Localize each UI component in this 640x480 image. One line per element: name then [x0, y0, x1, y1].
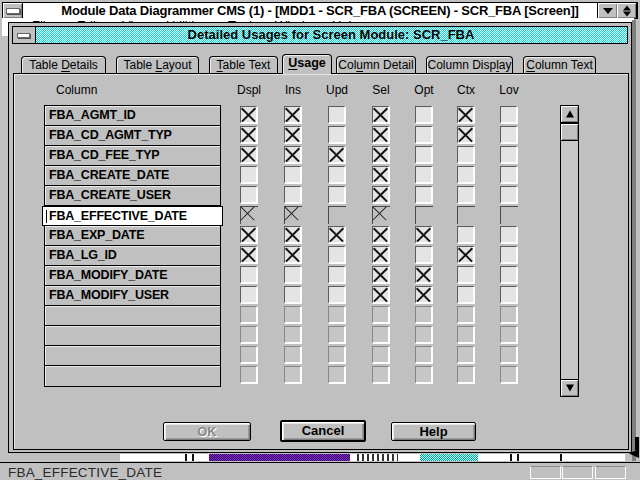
usage-checkbox[interactable] — [457, 246, 475, 264]
usage-checkbox[interactable] — [284, 106, 302, 124]
usage-checkbox[interactable] — [415, 186, 433, 204]
usage-checkbox-empty[interactable] — [240, 366, 258, 384]
usage-checkbox[interactable] — [500, 206, 518, 224]
restore-button[interactable] — [617, 3, 637, 18]
usage-checkbox[interactable] — [240, 206, 258, 224]
tab-table-text[interactable]: Table Text — [209, 56, 278, 73]
usage-checkbox-empty[interactable] — [284, 346, 302, 364]
usage-checkbox-empty[interactable] — [240, 346, 258, 364]
usage-checkbox[interactable] — [500, 146, 518, 164]
usage-checkbox-empty[interactable] — [457, 346, 475, 364]
usage-checkbox-empty[interactable] — [457, 326, 475, 344]
usage-checkbox-empty[interactable] — [328, 326, 346, 344]
usage-checkbox[interactable] — [284, 186, 302, 204]
usage-checkbox[interactable] — [240, 286, 258, 304]
usage-checkbox-empty[interactable] — [328, 306, 346, 324]
usage-checkbox[interactable] — [328, 226, 346, 244]
column-name-cell-empty[interactable] — [45, 366, 220, 386]
usage-checkbox[interactable] — [284, 246, 302, 264]
usage-checkbox-empty[interactable] — [500, 366, 518, 384]
usage-checkbox[interactable] — [372, 226, 390, 244]
usage-checkbox-empty[interactable] — [500, 326, 518, 344]
tab-column-detail[interactable]: Column Detail — [336, 56, 416, 73]
usage-checkbox[interactable] — [240, 186, 258, 204]
usage-checkbox[interactable] — [457, 126, 475, 144]
usage-checkbox[interactable] — [457, 106, 475, 124]
usage-checkbox[interactable] — [372, 166, 390, 184]
usage-checkbox[interactable] — [284, 166, 302, 184]
usage-checkbox[interactable] — [328, 106, 346, 124]
scroll-up-button[interactable] — [560, 105, 579, 123]
usage-checkbox-empty[interactable] — [240, 306, 258, 324]
usage-checkbox[interactable] — [500, 186, 518, 204]
usage-checkbox[interactable] — [415, 286, 433, 304]
help-button[interactable]: Help — [391, 422, 476, 441]
usage-checkbox-empty[interactable] — [372, 326, 390, 344]
tab-column-text[interactable]: Column Text — [523, 56, 596, 73]
usage-checkbox[interactable] — [284, 146, 302, 164]
column-name-cell[interactable]: FBA_AGMT_ID — [45, 106, 220, 126]
usage-checkbox-empty[interactable] — [457, 366, 475, 384]
cancel-button[interactable]: Cancel — [280, 420, 366, 442]
usage-checkbox[interactable] — [415, 166, 433, 184]
usage-checkbox[interactable] — [372, 246, 390, 264]
usage-checkbox[interactable] — [457, 186, 475, 204]
usage-checkbox[interactable] — [415, 126, 433, 144]
column-name-cell[interactable]: FBA_MODIFY_DATE — [45, 266, 220, 286]
usage-checkbox-empty[interactable] — [457, 306, 475, 324]
usage-checkbox[interactable] — [328, 126, 346, 144]
tab-table-details[interactable]: Table Details — [21, 56, 106, 73]
usage-checkbox[interactable] — [372, 126, 390, 144]
usage-checkbox-empty[interactable] — [415, 306, 433, 324]
column-name-cell[interactable]: FBA_CD_AGMT_TYP — [45, 126, 220, 146]
scrollbar-thumb[interactable] — [560, 123, 579, 141]
usage-checkbox[interactable] — [240, 246, 258, 264]
scroll-down-button[interactable] — [560, 379, 579, 397]
usage-checkbox-empty[interactable] — [500, 306, 518, 324]
usage-checkbox-empty[interactable] — [284, 326, 302, 344]
usage-checkbox[interactable] — [372, 206, 390, 224]
dialog-system-menu-button[interactable] — [13, 27, 36, 43]
column-name-cell[interactable]: FBA_EXP_DATE — [45, 226, 220, 246]
usage-checkbox[interactable] — [415, 226, 433, 244]
usage-checkbox[interactable] — [457, 166, 475, 184]
usage-checkbox-empty[interactable] — [284, 306, 302, 324]
usage-checkbox[interactable] — [415, 266, 433, 284]
usage-checkbox[interactable] — [328, 246, 346, 264]
usage-checkbox[interactable] — [240, 106, 258, 124]
usage-checkbox[interactable] — [372, 106, 390, 124]
usage-checkbox-empty[interactable] — [415, 326, 433, 344]
usage-checkbox-empty[interactable] — [372, 366, 390, 384]
usage-checkbox[interactable] — [284, 286, 302, 304]
usage-checkbox[interactable] — [372, 186, 390, 204]
usage-checkbox[interactable] — [372, 146, 390, 164]
usage-checkbox[interactable] — [328, 266, 346, 284]
usage-checkbox[interactable] — [328, 186, 346, 204]
ok-button[interactable]: OK — [163, 422, 251, 441]
column-name-cell[interactable]: FBA_EFFECTIVE_DATE — [42, 206, 223, 226]
usage-checkbox[interactable] — [415, 146, 433, 164]
usage-checkbox-empty[interactable] — [372, 346, 390, 364]
usage-checkbox-empty[interactable] — [372, 306, 390, 324]
tab-column-display[interactable]: Column Display — [426, 56, 513, 73]
column-name-cell-empty[interactable] — [45, 306, 220, 326]
column-name-cell-empty[interactable] — [45, 346, 220, 366]
column-name-cell[interactable]: FBA_MODIFY_USER — [45, 286, 220, 306]
usage-checkbox-empty[interactable] — [284, 366, 302, 384]
usage-checkbox[interactable] — [415, 246, 433, 264]
usage-checkbox[interactable] — [328, 146, 346, 164]
usage-checkbox[interactable] — [500, 126, 518, 144]
column-name-cell-empty[interactable] — [45, 326, 220, 346]
vertical-scrollbar[interactable] — [560, 105, 579, 397]
column-name-cell[interactable]: FBA_CD_FEE_TYP — [45, 146, 220, 166]
usage-checkbox-empty[interactable] — [240, 326, 258, 344]
usage-checkbox[interactable] — [457, 146, 475, 164]
usage-checkbox[interactable] — [240, 226, 258, 244]
usage-checkbox-empty[interactable] — [415, 366, 433, 384]
tab-table-layout[interactable]: Table Layout — [116, 56, 199, 73]
usage-checkbox[interactable] — [284, 206, 302, 224]
column-name-cell[interactable]: FBA_CREATE_USER — [45, 186, 220, 206]
usage-checkbox[interactable] — [500, 166, 518, 184]
usage-checkbox[interactable] — [240, 126, 258, 144]
usage-checkbox[interactable] — [372, 266, 390, 284]
